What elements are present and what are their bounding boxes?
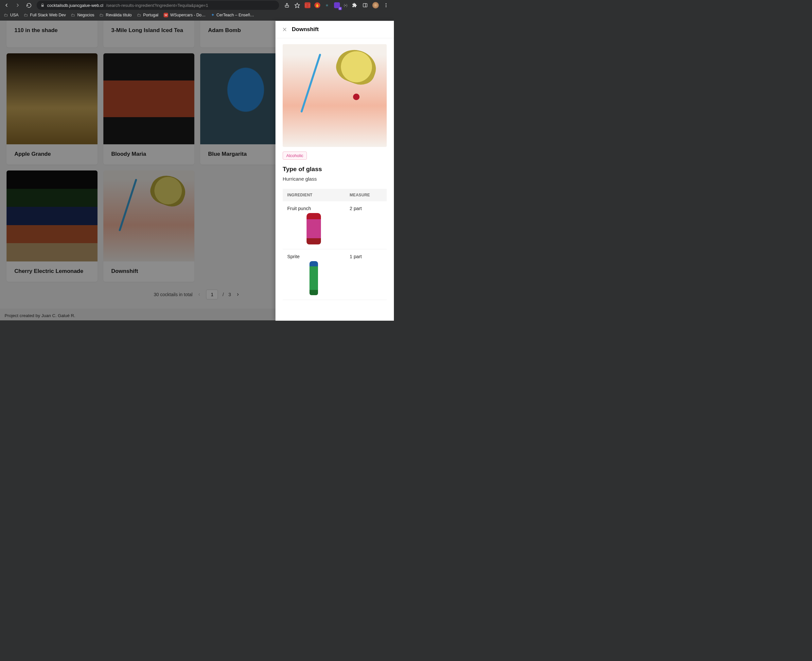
toolbar-right-icons: ⋮⋮ ✋ ⚛ 9 (•) [284, 2, 391, 8]
url-path: /search-results-ingredient?ingredient=Te… [106, 3, 208, 8]
extension-label: (•) [344, 3, 348, 7]
svg-marker-1 [295, 3, 300, 8]
bookmark-folder[interactable]: 🗀 Full Stack Web Dev [24, 13, 66, 18]
drawer-header: Downshift [276, 21, 394, 38]
col-ingredient: INGREDIENT [283, 189, 345, 201]
svg-rect-2 [363, 3, 367, 7]
back-button[interactable] [3, 2, 10, 8]
bookmark-folder[interactable]: 🗀 Reválida título [99, 13, 131, 18]
folder-icon: 🗀 [99, 13, 104, 18]
bookmark-label: USA [10, 13, 19, 18]
bookmark-item[interactable]: ✦ CerTeach – Enseñ… [211, 13, 254, 18]
bookmark-item[interactable]: W WSupercars - Do… [164, 13, 206, 18]
folder-icon: 🗀 [71, 13, 75, 18]
address-bar[interactable]: cocktailsdb.juancgalue-web.cl/search-res… [37, 1, 279, 10]
kebab-menu-icon[interactable] [383, 2, 389, 8]
bookmark-label: Negocios [77, 13, 94, 18]
panel-icon[interactable] [362, 2, 369, 8]
ingredient-measure: 1 part [345, 249, 387, 300]
extension-badge-count: 9 [338, 7, 342, 10]
ingredient-thumb [309, 261, 318, 295]
profile-avatar[interactable] [372, 2, 379, 8]
share-icon[interactable] [284, 2, 290, 8]
site-icon: W [164, 13, 168, 18]
drawer-body: Alcoholic Type of glass Hurricane glass … [276, 38, 394, 306]
bookmark-label: Reválida título [106, 13, 131, 18]
folder-icon: 🗀 [24, 13, 28, 18]
glass-heading: Type of glass [283, 166, 387, 173]
forward-button[interactable] [14, 2, 21, 8]
bookmarks-bar: 🗀 USA 🗀 Full Stack Web Dev 🗀 Negocios 🗀 … [0, 11, 394, 21]
reload-button[interactable] [26, 2, 32, 8]
glass-value: Hurricane glass [283, 176, 387, 182]
bookmark-label: CerTeach – Enseñ… [217, 13, 254, 18]
extensions-icon[interactable] [351, 2, 358, 8]
col-measure: MEASURE [345, 189, 387, 201]
site-icon: ✦ [211, 13, 215, 18]
ingredient-row: Sprite 1 part [283, 249, 387, 300]
extension-icon[interactable]: ⋮⋮ [305, 2, 311, 8]
browser-toolbar: cocktailsdb.juancgalue-web.cl/search-res… [0, 0, 394, 11]
detail-drawer: Downshift Alcoholic Type of glass Hurric… [276, 21, 394, 321]
alcoholic-tag: Alcoholic [283, 152, 307, 160]
folder-icon: 🗀 [137, 13, 141, 18]
ingredient-row: Fruit punch 2 part [283, 201, 387, 249]
svg-point-6 [386, 6, 387, 7]
close-button[interactable] [282, 27, 287, 32]
svg-point-4 [386, 3, 387, 4]
bookmark-label: Portugal [143, 13, 159, 18]
bookmark-folder[interactable]: 🗀 Negocios [71, 13, 94, 18]
ingredient-measure: 2 part [345, 201, 387, 249]
drawer-title: Downshift [292, 26, 319, 33]
ingredients-table: INGREDIENT MEASURE Fruit punch 2 part Sp… [283, 189, 387, 300]
drawer-hero-image [283, 44, 387, 147]
url-host: cocktailsdb.juancgalue-web.cl [47, 3, 104, 8]
star-icon[interactable] [294, 2, 301, 8]
lock-icon [41, 3, 45, 7]
extension-icon[interactable]: 9 [334, 2, 340, 8]
ingredient-thumb [306, 213, 321, 244]
browser-chrome: cocktailsdb.juancgalue-web.cl/search-res… [0, 0, 394, 21]
ingredient-name: Sprite [287, 254, 341, 259]
react-devtools-icon[interactable]: ⚛ [324, 2, 330, 8]
bookmark-label: WSupercars - Do… [170, 13, 206, 18]
bookmark-folder[interactable]: 🗀 Portugal [137, 13, 159, 18]
bookmark-label: Full Stack Web Dev [30, 13, 66, 18]
bookmark-folder[interactable]: 🗀 USA [4, 13, 19, 18]
folder-icon: 🗀 [4, 13, 8, 18]
extension-icon[interactable]: ✋ [314, 2, 320, 8]
ingredient-name: Fruit punch [287, 206, 341, 211]
svg-point-5 [386, 5, 387, 6]
